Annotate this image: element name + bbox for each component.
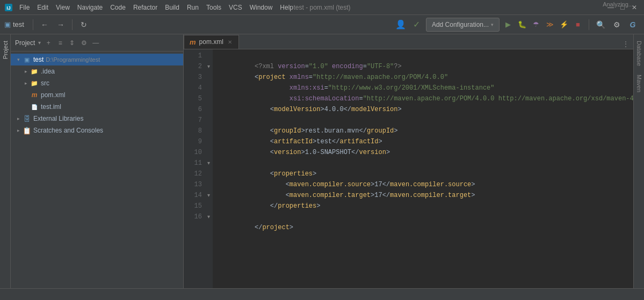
- main-area: Project Project ▾ + ≡ ⇕ ⚙ — ▣ test D:\Pr…: [0, 34, 644, 288]
- vcs-button[interactable]: ✓: [410, 18, 424, 32]
- project-name-label: test: [13, 20, 24, 28]
- tree-item-external-libraries[interactable]: 🗄 External Libraries: [11, 113, 183, 125]
- maven-vtab[interactable]: Maven: [635, 70, 643, 97]
- line-num-15: 15: [184, 201, 205, 211]
- tree-label-scratches: Scratches and Consoles: [33, 127, 103, 134]
- tab-close-button[interactable]: ✕: [227, 39, 233, 46]
- tabs-more-button[interactable]: ⋮: [620, 39, 631, 49]
- sidebar-sort-button[interactable]: ⇕: [67, 38, 77, 48]
- fold-16[interactable]: ▾: [205, 211, 212, 222]
- iml-icon: 📄: [30, 103, 39, 111]
- tree-arrow-idea: [23, 68, 29, 75]
- tab-pom-xml[interactable]: m pom.xml ✕: [184, 35, 239, 49]
- profile-button[interactable]: ≫: [544, 18, 556, 31]
- fold-3: [205, 72, 212, 83]
- tree-label-pom-xml: pom.xml: [41, 91, 65, 99]
- pom-xml-icon: m: [30, 91, 39, 99]
- sidebar-header: Project ▾ + ≡ ⇕ ⚙ —: [11, 34, 183, 52]
- line-num-8: 8: [184, 126, 205, 136]
- tree-item-idea[interactable]: 📁 .idea: [11, 65, 183, 77]
- tree-arrow-extlibs: [15, 115, 21, 122]
- menu-code[interactable]: Code: [107, 3, 129, 12]
- menu-tools[interactable]: Tools: [203, 3, 225, 12]
- tree-arrow-test: [15, 56, 21, 63]
- tree-item-pom-xml[interactable]: m pom.xml: [11, 89, 183, 101]
- navigate-back-button[interactable]: ←: [38, 18, 52, 32]
- toolbar-divider-2: [72, 19, 73, 30]
- fold-2[interactable]: ▾: [205, 61, 212, 72]
- menu-view[interactable]: View: [53, 3, 73, 12]
- code-line-11: <properties>: [216, 158, 633, 169]
- sidebar-tree: ▣ test D:\Programming\test 📁 .idea 📁 src: [11, 52, 183, 288]
- fold-14[interactable]: ▾: [205, 190, 212, 201]
- project-vtab[interactable]: Project: [1, 36, 10, 63]
- sidebar: Project ▾ + ≡ ⇕ ⚙ — ▣ test D:\Programmin…: [11, 34, 184, 288]
- scratches-icon: 📋: [23, 126, 31, 135]
- right-panel-tabs: Database Maven: [633, 34, 644, 288]
- module-icon: ▣: [23, 55, 31, 64]
- menu-edit[interactable]: Edit: [34, 3, 52, 12]
- libraries-icon: 🗄: [23, 114, 31, 123]
- menu-window[interactable]: Window: [247, 3, 276, 12]
- line-num-1: 1: [184, 50, 205, 61]
- line-num-11: 11: [184, 158, 205, 169]
- line-num-10: 10: [184, 147, 205, 158]
- sidebar-add-button[interactable]: +: [43, 38, 54, 48]
- src-folder-icon: 📁: [30, 79, 39, 87]
- run-button[interactable]: ▶: [502, 18, 515, 31]
- sidebar-compact-button[interactable]: ≡: [55, 38, 66, 48]
- fold-10: [205, 147, 212, 158]
- tree-item-src[interactable]: 📁 src: [11, 77, 183, 89]
- tree-arrow-src: [23, 80, 29, 86]
- menu-file[interactable]: File: [16, 3, 33, 12]
- fold-11[interactable]: ▾: [205, 158, 212, 169]
- navigate-forward-button[interactable]: →: [54, 18, 68, 32]
- line-num-9: 9: [184, 136, 205, 147]
- build-button[interactable]: ⚡: [558, 18, 570, 31]
- fold-9: [205, 136, 212, 147]
- line-num-7: 7: [184, 115, 205, 126]
- stop-button[interactable]: ■: [571, 18, 584, 31]
- account-button[interactable]: 👤: [394, 18, 408, 32]
- fold-6: [205, 104, 212, 115]
- line-num-2: 2: [184, 61, 205, 72]
- coverage-button[interactable]: ☂: [530, 18, 542, 31]
- tree-item-test-root[interactable]: ▣ test D:\Programming\test: [11, 54, 183, 65]
- svg-text:IJ: IJ: [6, 5, 11, 11]
- project-name: ▣ test: [4, 20, 24, 28]
- add-configuration-button[interactable]: Add Configuration... ▾: [426, 18, 500, 32]
- tree-label-src: src: [41, 79, 49, 87]
- menu-build[interactable]: Build: [162, 3, 183, 12]
- database-vtab[interactable]: Database: [635, 36, 643, 70]
- line-num-4: 4: [184, 83, 205, 93]
- menu-refactor[interactable]: Refactor: [130, 3, 161, 12]
- fold-7: [205, 115, 212, 126]
- code-editor[interactable]: <?xml version="1.0" encoding="UTF-8"?> <…: [213, 49, 633, 288]
- tree-item-scratches[interactable]: 📋 Scratches and Consoles: [11, 125, 183, 136]
- update-button[interactable]: ↻: [77, 18, 91, 32]
- menu-vcs[interactable]: VCS: [226, 3, 245, 12]
- line-num-12: 12: [184, 169, 205, 179]
- toolbar-divider-3: [589, 19, 589, 30]
- sidebar-dropdown-arrow[interactable]: ▾: [38, 40, 41, 46]
- main-toolbar: ▣ test ← → ↻ 👤 ✓ Add Configuration... ▾ …: [0, 15, 644, 34]
- sidebar-settings-button[interactable]: ⚙: [78, 38, 89, 48]
- tree-arrow-iml: [23, 104, 29, 110]
- run-controls: ▶ 🐛 ☂ ≫ ⚡ ■: [502, 18, 584, 31]
- status-bar: [0, 288, 644, 300]
- line-num-16: 16: [184, 211, 205, 222]
- fold-12: [205, 169, 212, 179]
- menu-run[interactable]: Run: [184, 3, 202, 12]
- toolbar-divider-1: [33, 19, 33, 30]
- tree-item-test-iml[interactable]: 📄 test.iml: [11, 101, 183, 113]
- search-button[interactable]: 🔍: [594, 18, 607, 32]
- debug-button[interactable]: 🐛: [516, 18, 529, 31]
- tree-arrow-scratches: [15, 127, 21, 134]
- tree-label-idea: .idea: [41, 68, 55, 75]
- tab-label: pom.xml: [199, 38, 223, 46]
- settings-button[interactable]: ⚙: [610, 18, 624, 32]
- tab-maven-icon: m: [190, 38, 196, 46]
- sidebar-collapse-button[interactable]: —: [90, 38, 101, 48]
- menu-navigate[interactable]: Navigate: [74, 3, 106, 12]
- editor-area: m pom.xml ✕ Analyzing... ⋮ 1 2 3 4 5 6 7…: [184, 34, 633, 288]
